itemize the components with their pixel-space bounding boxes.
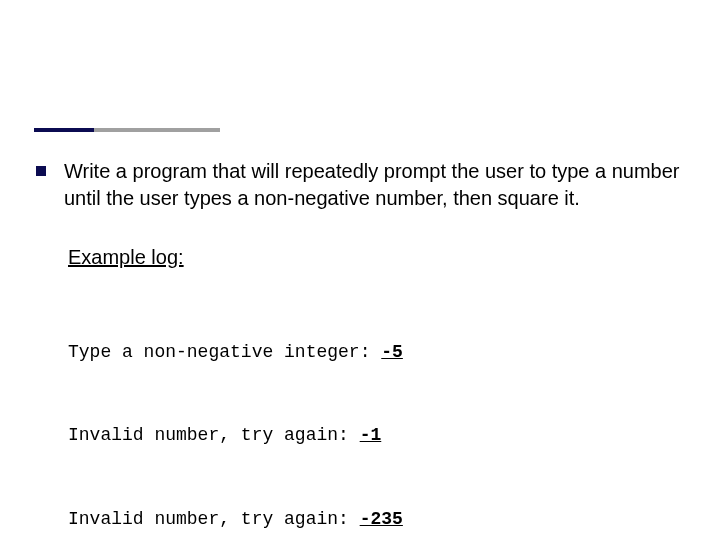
log-line-prompt: Type a non-negative integer: -5 [68,339,684,367]
log-retry-text: Invalid number, try again: [68,425,360,445]
accent-bar-gray [94,128,220,132]
log-input: -1 [360,425,382,445]
slide: Write a program that will repeatedly pro… [0,0,720,540]
log-input: -235 [360,509,403,529]
square-bullet-icon [36,166,46,176]
log-input: -5 [381,342,403,362]
content: Write a program that will repeatedly pro… [36,158,684,540]
accent-bar-navy [34,128,94,132]
bullet-text: Write a program that will repeatedly pro… [64,158,684,212]
example-log: Type a non-negative integer: -5 Invalid … [68,283,684,540]
example-log-label: Example log: [68,246,684,269]
log-line-retry: Invalid number, try again: -235 [68,506,684,534]
log-retry-text: Invalid number, try again: [68,509,360,529]
accent-bar [34,128,220,132]
bullet-item: Write a program that will repeatedly pro… [36,158,684,212]
log-prompt-text: Type a non-negative integer: [68,342,381,362]
log-line-retry: Invalid number, try again: -1 [68,422,684,450]
